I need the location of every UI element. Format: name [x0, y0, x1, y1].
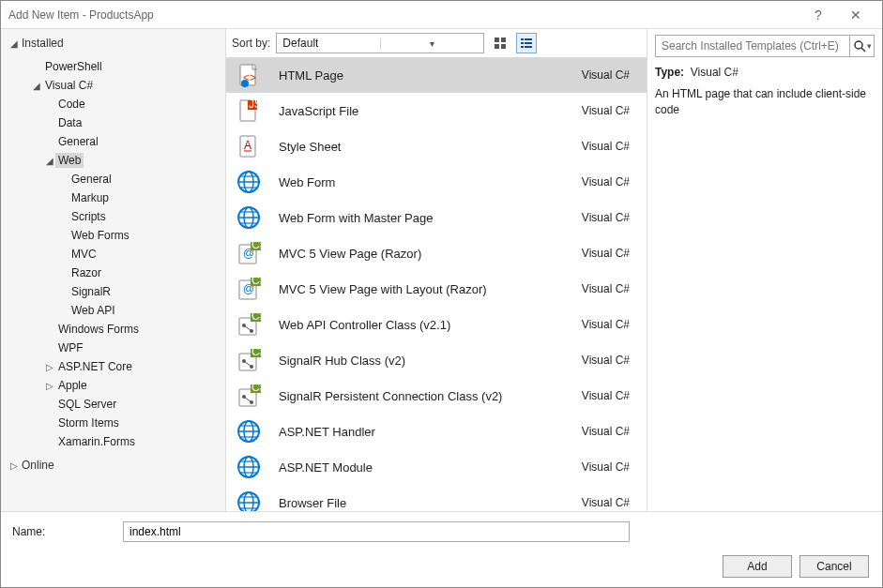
tree-item[interactable]: Storm Items [18, 414, 225, 432]
tree-item[interactable]: General [18, 132, 225, 151]
tree-item[interactable]: General [18, 170, 225, 188]
tree-item-label: SQL Server [55, 397, 119, 412]
svg-text:C#: C# [251, 312, 261, 323]
template-lang: Visual C# [582, 175, 630, 188]
svg-rect-2 [495, 44, 499, 49]
classcs-icon: C# [236, 311, 262, 338]
name-row: Name: [10, 521, 873, 542]
template-row[interactable]: Web Form with Master PageVisual C# [226, 200, 647, 235]
online-header[interactable]: ▷ Online [1, 455, 225, 475]
name-input[interactable] [123, 521, 630, 542]
tree-item[interactable]: WPF [18, 339, 225, 357]
tree-item-label: Data [55, 115, 84, 130]
tree-item-label: Markup [69, 190, 112, 205]
chevron-right-icon: ▷ [44, 362, 55, 372]
tree-item[interactable]: Web Forms [18, 226, 225, 245]
tree-item-label: Razor [69, 265, 104, 280]
svg-rect-6 [521, 42, 524, 44]
tree-item[interactable]: Windows Forms [18, 320, 225, 339]
template-row[interactable]: <>HTML PageVisual C# [226, 57, 647, 93]
tree-item-label: Code [55, 97, 88, 112]
chevron-down-icon: ▾ [867, 41, 872, 51]
template-row[interactable]: @C#MVC 5 View Page (Razor)Visual C# [226, 235, 647, 271]
details-pane: ▾ Type: Visual C# An HTML page that can … [647, 29, 882, 511]
tree-item-label: Visual C# [42, 78, 96, 93]
tree-item[interactable]: Scripts [18, 207, 225, 226]
sort-dropdown[interactable]: Default ▾ [276, 33, 484, 53]
tree-item[interactable]: SignalR [18, 282, 225, 301]
template-row[interactable]: ASP.NET HandlerVisual C# [226, 414, 647, 449]
css-icon: A [236, 133, 262, 159]
template-row[interactable]: C#Web API Controller Class (v2.1)Visual … [226, 307, 647, 342]
svg-rect-4 [521, 38, 524, 40]
window-title: Add New Item - ProductsApp [8, 8, 799, 22]
tree-item[interactable]: Web API [18, 301, 225, 320]
template-name: Web Form with Master Page [279, 211, 582, 225]
template-name: Web Form [279, 175, 582, 189]
description-text: An HTML page that can include client-sid… [655, 87, 866, 116]
globe-icon [236, 418, 262, 445]
close-button[interactable]: ✕ [837, 8, 875, 23]
add-button[interactable]: Add [723, 555, 792, 578]
tree-item[interactable]: ◢Visual C# [18, 76, 225, 95]
template-list[interactable]: <>HTML PageVisual C#JSJavaScript FileVis… [226, 57, 647, 511]
template-name: SignalR Hub Class (v2) [279, 354, 582, 368]
tree-item-label: Web API [69, 303, 117, 318]
template-lang: Visual C# [582, 211, 630, 224]
tree-item[interactable]: Code [18, 95, 225, 113]
svg-rect-1 [501, 38, 506, 42]
template-row[interactable]: JSJavaScript FileVisual C# [226, 93, 647, 128]
template-lang: Visual C# [582, 389, 630, 402]
template-row[interactable]: Browser FileVisual C# [226, 485, 647, 511]
tree-item[interactable]: ▷Apple [18, 376, 225, 395]
template-row[interactable]: C#SignalR Persistent Connection Class (v… [226, 378, 647, 414]
html-icon: <> [236, 62, 262, 88]
tree-item-label: MVC [69, 247, 99, 262]
tree-item-label: Windows Forms [55, 322, 142, 337]
search-box[interactable]: ▾ [655, 35, 875, 57]
tree-item-label: Web Forms [69, 228, 132, 243]
template-row[interactable]: ASP.NET ModuleVisual C# [226, 449, 647, 485]
tree-item-label: Xamarin.Forms [55, 434, 138, 449]
template-row[interactable]: @C#MVC 5 View Page with Layout (Razor)Vi… [226, 271, 647, 307]
template-name: ASP.NET Module [279, 460, 582, 475]
template-lang: Visual C# [582, 460, 630, 474]
svg-text:C#: C# [251, 348, 261, 358]
globe-icon [236, 490, 262, 511]
template-name: JavaScript File [279, 104, 582, 118]
template-lang: Visual C# [582, 247, 630, 260]
template-lang: Visual C# [582, 496, 630, 509]
tree-item[interactable]: Markup [18, 188, 225, 207]
chevron-down-icon: ◢ [8, 38, 20, 49]
tree-item[interactable]: SQL Server [18, 395, 225, 414]
tree-item[interactable]: Xamarin.Forms [18, 432, 225, 451]
list-view-button[interactable] [516, 33, 537, 53]
svg-rect-8 [521, 46, 524, 48]
classcs-icon: C# [236, 383, 262, 409]
cancel-button[interactable]: Cancel [799, 555, 869, 578]
template-lang: Visual C# [582, 318, 630, 331]
category-pane: ◢ Installed PowerShell◢Visual C#CodeData… [1, 29, 226, 511]
template-row[interactable]: Web FormVisual C# [226, 164, 647, 200]
search-icon [853, 39, 866, 53]
button-row: Add Cancel [10, 555, 873, 578]
template-lang: Visual C# [582, 425, 630, 438]
tree-item[interactable]: Razor [18, 264, 225, 282]
tree-item-label: SignalR [69, 284, 114, 299]
classcs-icon: C# [236, 347, 262, 373]
tree-item[interactable]: PowerShell [18, 57, 225, 76]
template-name: Style Sheet [279, 140, 582, 154]
tree-item[interactable]: ◢Web [18, 151, 225, 170]
tree-item[interactable]: ▷ASP.NET Core [18, 357, 225, 376]
tree-item[interactable]: MVC [18, 245, 225, 264]
svg-rect-3 [501, 44, 506, 49]
large-icons-view-button[interactable] [490, 33, 510, 53]
tree-item-label: Apple [55, 378, 90, 393]
search-button[interactable]: ▾ [850, 35, 875, 57]
installed-header[interactable]: ◢ Installed [1, 33, 225, 53]
search-input[interactable] [655, 35, 850, 57]
template-row[interactable]: C#SignalR Hub Class (v2)Visual C# [226, 342, 647, 378]
tree-item[interactable]: Data [18, 113, 225, 132]
help-button[interactable]: ? [799, 8, 837, 23]
template-row[interactable]: AStyle SheetVisual C# [226, 128, 647, 164]
